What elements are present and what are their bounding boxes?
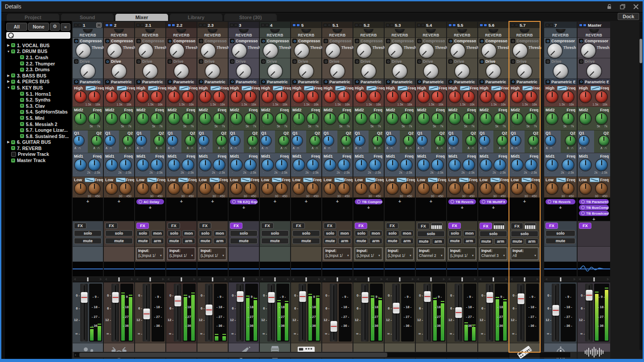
channel-header[interactable]: 5.1 xyxy=(322,22,353,28)
channel-header[interactable]: 5.2 xyxy=(353,22,384,28)
threshold-knob[interactable] xyxy=(451,44,465,58)
fader-cap[interactable] xyxy=(361,292,368,303)
arm-button[interactable]: arm xyxy=(182,238,196,244)
arm-button[interactable]: arm xyxy=(213,238,227,244)
fx-button[interactable]: FX xyxy=(480,223,492,229)
q2-knob[interactable] xyxy=(566,136,575,146)
solo-button[interactable]: solo xyxy=(417,231,445,237)
send-knob[interactable] xyxy=(176,29,186,33)
low-gain-knob[interactable] xyxy=(231,183,242,194)
plugin-chip[interactable]: TB Reverb xyxy=(546,199,575,204)
fx-button[interactable]: FX xyxy=(448,223,461,229)
midi-keyboard-icon[interactable] xyxy=(525,223,536,229)
send-knob[interactable] xyxy=(395,29,405,33)
q2-knob[interactable] xyxy=(123,136,133,146)
high-gain-knob[interactable] xyxy=(137,91,148,102)
q1-knob[interactable] xyxy=(511,136,521,146)
high-freq-knob[interactable] xyxy=(525,91,537,102)
input-selector[interactable]: Input: (L)Input 1/ ▼ xyxy=(199,248,226,260)
drive-power-icon[interactable] xyxy=(579,59,583,64)
mid1-gain-knob[interactable] xyxy=(324,159,336,171)
tab-library[interactable]: Library xyxy=(170,14,222,21)
q2-knob[interactable] xyxy=(599,136,609,146)
q1-knob[interactable] xyxy=(546,136,555,146)
fader-cap[interactable] xyxy=(299,291,306,302)
shelf-curve-icon[interactable] xyxy=(117,86,127,90)
channel-strip[interactable]: 5.6 REVERB Compressor Thresh Drive xyxy=(478,22,509,352)
eq-power-icon[interactable] xyxy=(292,80,297,84)
channel-header[interactable]: Master xyxy=(578,22,610,28)
high-freq-knob[interactable] xyxy=(401,91,412,102)
plugin-power-icon[interactable] xyxy=(139,200,142,203)
shelf-curve-icon[interactable] xyxy=(116,178,126,182)
pan-slider[interactable] xyxy=(166,277,197,282)
lock-icon[interactable] xyxy=(606,4,612,10)
shelf-curve-icon[interactable] xyxy=(365,178,375,182)
high-freq-knob[interactable] xyxy=(182,91,193,102)
plugin-chip[interactable]: TB Broadcast... xyxy=(579,211,609,216)
mid1-gain-knob[interactable] xyxy=(293,159,304,171)
shelf-curve-icon[interactable] xyxy=(398,86,407,90)
sidebar-track-item[interactable]: ×2.3. Drums xyxy=(5,66,72,73)
low-freq-knob[interactable] xyxy=(596,183,607,194)
high-gain-knob[interactable] xyxy=(418,91,429,102)
mid1-freq-knob[interactable] xyxy=(432,159,443,171)
compressor-power-icon[interactable] xyxy=(136,39,141,43)
channel-header[interactable]: 5 xyxy=(291,22,321,28)
q2-knob[interactable] xyxy=(217,136,226,146)
fx-button[interactable]: FX xyxy=(579,223,591,229)
low-gain-knob[interactable] xyxy=(106,183,117,194)
drive-knob[interactable] xyxy=(112,64,126,78)
mute-button[interactable]: mute xyxy=(511,238,524,244)
mid2-gain-knob[interactable] xyxy=(580,113,591,124)
low-freq-knob[interactable] xyxy=(401,183,412,194)
plugin-power-icon[interactable] xyxy=(232,200,236,203)
mid1-gain-knob[interactable] xyxy=(168,159,180,171)
shelf-curve-icon[interactable] xyxy=(304,86,314,90)
input-selector[interactable]: Input: (L)Input 1/ ▼ xyxy=(448,248,476,260)
plugin-chip[interactable]: TB Parametri... xyxy=(579,199,609,204)
vertical-scrollbar[interactable] xyxy=(640,22,642,350)
shelf-curve-icon[interactable] xyxy=(490,178,500,182)
q1-knob[interactable] xyxy=(168,136,177,146)
volume-fader[interactable] xyxy=(299,284,306,342)
fx-button[interactable]: FX xyxy=(74,223,86,229)
channel-strip[interactable]: 5.7 REVERB Compressor Thresh Drive xyxy=(509,22,540,352)
fx-button[interactable]: FX xyxy=(199,223,211,229)
channel-header[interactable]: 5.7 xyxy=(509,22,540,28)
fader-cap[interactable] xyxy=(81,292,87,303)
shelf-curve-icon[interactable] xyxy=(179,86,189,90)
eq-power-icon[interactable] xyxy=(230,80,234,84)
reverb-send[interactable]: REVERB xyxy=(197,28,228,38)
pan-slider[interactable] xyxy=(73,277,103,282)
reverb-send[interactable]: REVERB xyxy=(478,28,509,38)
channel-header[interactable]: 5.4 xyxy=(416,22,446,28)
mid1-freq-knob[interactable] xyxy=(463,159,474,171)
dock-button[interactable]: Dock xyxy=(618,13,639,20)
low-gain-knob[interactable] xyxy=(546,183,558,194)
input-selector[interactable]: Input: (L)Input 1/ ▼ xyxy=(168,248,195,260)
channel-strip[interactable]: 2 REVERB Compressor Thresh Drive xyxy=(104,22,134,352)
drive-knob[interactable] xyxy=(517,64,532,78)
compressor-power-icon[interactable] xyxy=(546,39,550,43)
threshold-knob[interactable] xyxy=(513,44,527,58)
channel-strip[interactable]: 2.3 REVERB Compressor Thresh Drive xyxy=(197,22,228,352)
high-freq-knob[interactable] xyxy=(494,91,505,102)
mid2-gain-knob[interactable] xyxy=(168,113,180,124)
monitor-button[interactable]: mon xyxy=(463,230,476,236)
automation-strip[interactable] xyxy=(73,262,103,277)
pan-slider[interactable] xyxy=(104,277,134,282)
fx-button[interactable]: FX xyxy=(136,223,149,229)
compressor-power-icon[interactable] xyxy=(105,39,110,43)
high-gain-knob[interactable] xyxy=(449,91,460,102)
track-enable-checkbox[interactable]: × xyxy=(11,43,15,47)
high-freq-knob[interactable] xyxy=(151,91,162,102)
automation-strip[interactable] xyxy=(353,262,384,277)
fader-cap[interactable] xyxy=(205,305,212,315)
fx-button[interactable]: FX xyxy=(546,223,558,229)
sidebar-track-item[interactable]: ×2.2. Thumper xyxy=(5,61,72,67)
solo-button[interactable]: solo xyxy=(448,230,462,236)
track-enable-checkbox[interactable]: × xyxy=(11,159,15,163)
high-freq-knob[interactable] xyxy=(307,91,318,102)
high-gain-knob[interactable] xyxy=(75,91,86,102)
